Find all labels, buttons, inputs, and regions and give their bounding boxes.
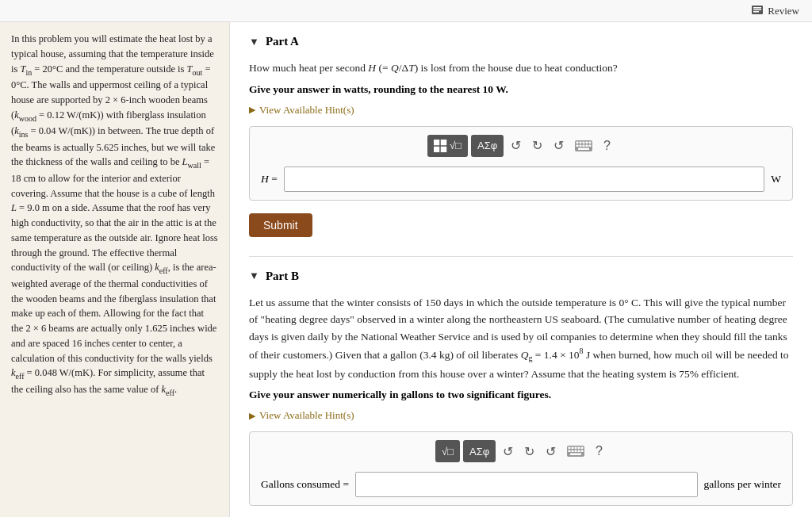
part-a-input-label: H = — [261, 173, 278, 186]
part-a-hint-link[interactable]: ▶ View Available Hint(s) — [249, 104, 793, 117]
part-a-input-row: H = W — [261, 167, 781, 192]
part-a-help-btn[interactable]: ? — [599, 135, 615, 157]
part-b-toolbar: √□ ΑΣφ ↺ ↻ ↺ — [261, 440, 781, 462]
part-a-toolbar: √□ ΑΣφ ↺ ↻ ↺ — [261, 135, 781, 157]
part-a-hint-arrow: ▶ — [249, 105, 255, 115]
part-b-help-btn[interactable]: ? — [592, 440, 607, 462]
svg-rect-18 — [589, 144, 592, 147]
parts-divider — [249, 256, 793, 257]
part-a-submit-btn[interactable]: Submit — [249, 213, 312, 237]
part-a-redo-btn[interactable]: ↻ — [528, 135, 546, 157]
part-b-unit: gallons per winter — [704, 478, 781, 491]
part-a-instruction: Give your answer in watts, rounding to t… — [249, 83, 793, 96]
part-b-input-label: Gallons consumed = — [261, 478, 349, 491]
part-b-header: ▼ Part B — [249, 270, 793, 283]
part-b-hint-link[interactable]: ▶ View Available Hint(s) — [249, 409, 793, 422]
svg-rect-14 — [576, 144, 579, 147]
svg-rect-23 — [575, 447, 577, 450]
part-b-hint-arrow: ▶ — [249, 411, 255, 421]
part-b-reset-btn[interactable]: ↺ — [542, 440, 560, 462]
svg-rect-5 — [441, 140, 446, 145]
part-b-redo-btn[interactable]: ↻ — [520, 440, 538, 462]
part-a-question: How much heat per second H (= Q/ΔT) is l… — [249, 59, 793, 77]
part-b-instruction: Give your answer numerically in gallons … — [249, 389, 793, 401]
svg-rect-9 — [576, 141, 579, 144]
part-b-input-row: Gallons consumed = gallons per winter — [261, 472, 781, 497]
svg-rect-30 — [581, 450, 584, 453]
part-b-title: Part B — [266, 270, 299, 283]
part-b-section: ▼ Part B Let us assume that the winter c… — [249, 270, 793, 507]
svg-rect-27 — [572, 450, 574, 453]
part-b-undo-btn[interactable]: ↺ — [499, 440, 517, 462]
part-a-title: Part A — [266, 35, 299, 48]
part-a-undo-btn[interactable]: ↺ — [507, 135, 525, 157]
svg-rect-28 — [575, 450, 577, 453]
part-b-answer-box: √□ ΑΣφ ↺ ↻ ↺ — [249, 431, 793, 506]
svg-rect-31 — [570, 454, 581, 456]
svg-rect-6 — [434, 147, 439, 152]
part-b-collapse-arrow[interactable]: ▼ — [249, 270, 259, 282]
part-b-symbol-btn[interactable]: ΑΣφ — [463, 440, 496, 462]
svg-rect-15 — [580, 144, 582, 147]
part-b-keyboard-btn[interactable] — [563, 440, 588, 462]
part-a-section: ▼ Part A How much heat per second H (= Q… — [249, 35, 793, 237]
svg-rect-22 — [572, 447, 574, 450]
review-icon — [752, 6, 763, 17]
part-a-reset-btn[interactable]: ↺ — [550, 135, 568, 157]
matrix-icon — [434, 140, 448, 152]
svg-rect-4 — [434, 140, 439, 145]
part-a-header: ▼ Part A — [249, 35, 793, 48]
part-a-hint-label: View Available Hint(s) — [259, 104, 354, 117]
problem-description: In this problem you will estimate the he… — [11, 32, 218, 398]
part-a-input[interactable] — [284, 167, 765, 192]
part-b-input[interactable] — [355, 472, 697, 497]
left-panel: In this problem you will estimate the he… — [0, 22, 230, 517]
part-a-answer-box: √□ ΑΣφ ↺ ↻ ↺ — [249, 126, 793, 201]
svg-rect-25 — [581, 447, 584, 450]
part-b-hint-label: View Available Hint(s) — [259, 409, 354, 422]
svg-rect-11 — [583, 141, 585, 144]
svg-rect-21 — [569, 447, 571, 450]
svg-rect-13 — [589, 141, 592, 144]
keyboard-icon — [575, 140, 592, 151]
svg-rect-29 — [578, 450, 580, 453]
svg-rect-17 — [586, 144, 588, 147]
part-a-sqrt-btn[interactable]: √□ — [427, 135, 468, 157]
svg-rect-3 — [753, 11, 759, 13]
review-label: Review — [768, 5, 799, 17]
keyboard-icon-b — [567, 446, 584, 457]
part-a-keyboard-btn[interactable] — [571, 135, 596, 157]
review-link[interactable]: Review — [752, 5, 799, 17]
part-a-collapse-arrow[interactable]: ▼ — [249, 36, 259, 48]
right-panel: ▼ Part A How much heat per second H (= Q… — [230, 22, 812, 517]
main-content: In this problem you will estimate the he… — [0, 22, 812, 517]
svg-rect-10 — [580, 141, 582, 144]
svg-rect-26 — [569, 450, 571, 453]
svg-rect-7 — [441, 147, 446, 152]
svg-rect-24 — [578, 447, 580, 450]
part-a-symbol-btn[interactable]: ΑΣφ — [471, 135, 504, 157]
svg-rect-1 — [753, 7, 761, 9]
top-bar: Review — [0, 0, 812, 22]
part-b-question: Let us assume that the winter consists o… — [249, 294, 793, 383]
svg-rect-12 — [586, 141, 588, 144]
part-a-unit: W — [771, 173, 781, 186]
svg-rect-19 — [578, 147, 589, 150]
part-b-sqrt-btn[interactable]: √□ — [435, 440, 460, 462]
svg-rect-2 — [753, 9, 761, 10]
svg-rect-16 — [583, 144, 585, 147]
